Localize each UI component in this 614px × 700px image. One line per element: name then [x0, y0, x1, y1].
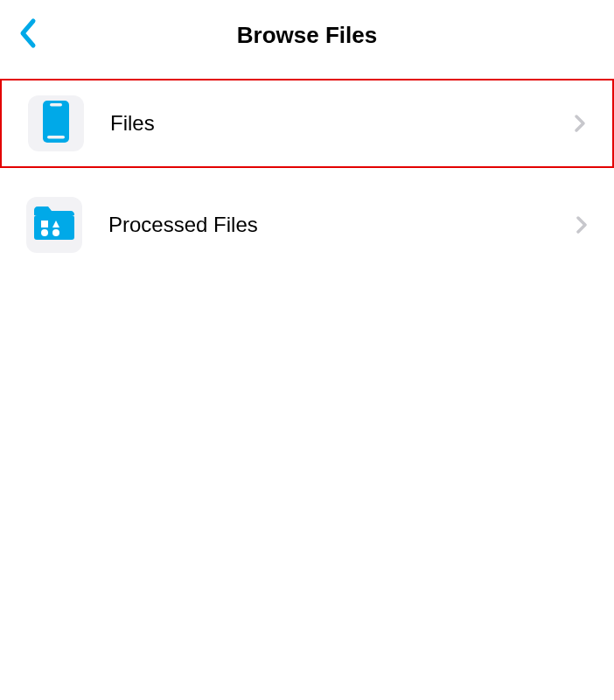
svg-point-5: [41, 229, 48, 236]
icon-box: [28, 95, 84, 151]
list-item-label: Files: [110, 111, 574, 136]
svg-rect-1: [50, 103, 62, 107]
list-item-label: Processed Files: [108, 213, 576, 237]
header: Browse Files: [0, 0, 614, 70]
phone-icon: [43, 101, 69, 146]
list-item-processed-files[interactable]: Processed Files: [0, 180, 614, 270]
chevron-right-icon: [576, 215, 588, 234]
svg-rect-2: [47, 136, 65, 139]
back-button[interactable]: [17, 18, 37, 52]
icon-box: [26, 197, 82, 253]
folder-icon: [32, 205, 76, 245]
list-item-files[interactable]: Files: [0, 79, 614, 168]
svg-point-6: [52, 229, 59, 236]
page-title: Browse Files: [17, 22, 597, 49]
file-list: Files Processed Files: [0, 70, 614, 270]
svg-rect-4: [41, 220, 48, 228]
chevron-left-icon: [17, 18, 37, 52]
spacer: [0, 168, 614, 180]
chevron-right-icon: [574, 114, 586, 133]
